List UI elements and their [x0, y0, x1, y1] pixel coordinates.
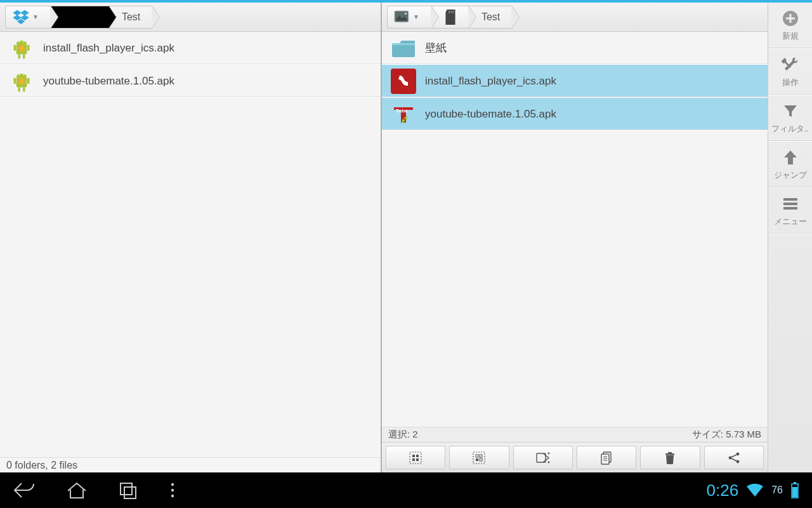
svg-point-55 — [171, 483, 174, 486]
svg-rect-53 — [121, 483, 132, 495]
svg-line-45 — [731, 455, 737, 457]
sidebar-filter[interactable]: フィルタ.. — [768, 95, 812, 142]
sidebar-label: ジャンプ — [774, 170, 807, 181]
copy-button[interactable] — [577, 446, 636, 469]
file-row[interactable]: youtube-tubemate.1.05.apk — [0, 65, 381, 98]
svg-rect-18 — [449, 11, 450, 13]
svg-point-14 — [23, 74, 24, 75]
file-name: 壁紙 — [425, 41, 447, 55]
breadcrumb-root-dropbox[interactable]: ▼ — [5, 6, 50, 29]
tubemate-app-icon: Tube — [391, 102, 416, 127]
svg-point-15 — [19, 78, 25, 84]
left-breadcrumb: ▼ Test — [0, 3, 381, 32]
dropbox-icon — [12, 10, 30, 25]
share-button[interactable] — [704, 446, 764, 469]
svg-rect-20 — [452, 11, 454, 13]
chevron-down-icon: ▼ — [413, 13, 419, 20]
share-icon — [727, 451, 741, 465]
chevron-down-icon: ▼ — [32, 13, 39, 20]
right-file-list[interactable]: 壁紙 install_flash_player_ics.apk Tube you… — [382, 32, 768, 427]
cut-button[interactable] — [513, 446, 573, 469]
sidebar-label: フィルタ.. — [771, 123, 809, 135]
svg-rect-60 — [792, 487, 797, 497]
home-button[interactable] — [66, 481, 88, 500]
svg-point-34 — [547, 461, 549, 463]
left-file-list[interactable]: install_flash_player_ics.apk youtube-tub… — [0, 32, 381, 457]
file-row[interactable]: install_flash_player_ics.apk — [0, 32, 381, 65]
sidebar-jump[interactable]: ジャンプ — [768, 142, 812, 188]
svg-rect-41 — [668, 452, 672, 453]
select-all-button[interactable] — [386, 446, 445, 469]
file-name: youtube-tubemate.1.05.apk — [43, 75, 174, 88]
breadcrumb-current-label: Test — [481, 11, 500, 23]
status-clock: 0:26 — [707, 481, 739, 500]
funnel-icon — [781, 102, 800, 121]
svg-rect-10 — [27, 77, 29, 84]
svg-rect-4 — [23, 54, 25, 58]
flash-app-icon — [391, 69, 416, 94]
cut-icon — [535, 451, 551, 464]
svg-rect-2 — [27, 44, 29, 51]
gallery-icon — [394, 10, 410, 25]
file-name: install_flash_player_ics.apk — [425, 75, 556, 88]
android-apk-icon — [9, 69, 34, 94]
file-row[interactable]: 壁紙 — [382, 32, 768, 65]
recent-apps-button[interactable] — [118, 481, 138, 500]
right-status-bar: 選択: 2 サイズ: 5.73 MB — [382, 427, 768, 442]
svg-rect-31 — [480, 458, 482, 461]
svg-point-5 — [18, 41, 20, 42]
android-apk-icon — [9, 36, 34, 61]
svg-rect-11 — [18, 87, 20, 91]
svg-rect-27 — [473, 452, 485, 464]
sidebar-new[interactable]: 新規 — [768, 3, 812, 49]
svg-rect-54 — [124, 487, 136, 498]
select-all-icon — [409, 451, 422, 465]
svg-rect-52 — [783, 207, 797, 210]
right-breadcrumb: ▼ Test — [382, 3, 768, 32]
plus-circle-icon — [781, 9, 800, 28]
breadcrumb-root-gallery[interactable]: ▼ — [387, 6, 431, 29]
file-name: install_flash_player_ics.apk — [43, 42, 174, 55]
arrow-up-icon — [781, 148, 800, 167]
copy-icon — [600, 451, 613, 465]
svg-rect-22 — [410, 452, 421, 464]
sidebar-label: メニュー — [774, 216, 807, 227]
svg-point-57 — [171, 495, 174, 497]
sidebar-menu[interactable]: メニュー — [768, 188, 812, 234]
svg-rect-51 — [783, 203, 797, 205]
select-none-button[interactable] — [449, 446, 509, 469]
sidebar-operate[interactable]: 操作 — [768, 49, 812, 95]
battery-percent: 76 — [771, 485, 783, 496]
left-pane: ▼ Test install_flash_player_ics.apk yout… — [0, 3, 382, 472]
svg-point-13 — [18, 74, 20, 75]
svg-rect-50 — [783, 198, 797, 201]
overflow-menu-button[interactable] — [169, 481, 176, 499]
tools-icon — [781, 55, 800, 74]
folder-icon — [391, 36, 416, 61]
delete-button[interactable] — [640, 446, 700, 469]
svg-rect-36 — [601, 454, 609, 464]
svg-rect-40 — [665, 453, 674, 455]
file-row[interactable]: Tube youtube-tubemate.1.05.apk — [382, 98, 768, 131]
svg-rect-26 — [416, 458, 419, 461]
sidebar-label: 操作 — [782, 77, 799, 88]
svg-point-6 — [23, 41, 24, 42]
file-row[interactable]: install_flash_player_ics.apk — [382, 65, 768, 98]
right-toolbar — [382, 442, 768, 472]
left-status-text: 0 folders, 2 files — [6, 460, 77, 471]
svg-point-7 — [19, 45, 25, 51]
menu-icon — [781, 194, 800, 213]
selection-count: 選択: 2 — [388, 429, 418, 441]
svg-rect-9 — [14, 77, 16, 84]
selection-size: サイズ: 5.73 MB — [692, 429, 761, 441]
android-navigation-bar: 0:26 76 — [0, 472, 812, 508]
battery-icon — [790, 482, 799, 498]
svg-point-33 — [547, 452, 549, 454]
svg-rect-30 — [476, 458, 478, 461]
sdcard-icon — [444, 9, 457, 25]
svg-rect-19 — [450, 11, 452, 13]
svg-text:Tube: Tube — [396, 108, 408, 114]
svg-rect-23 — [412, 455, 415, 457]
breadcrumb-redacted-segment[interactable] — [50, 6, 108, 29]
back-button[interactable] — [13, 481, 36, 500]
